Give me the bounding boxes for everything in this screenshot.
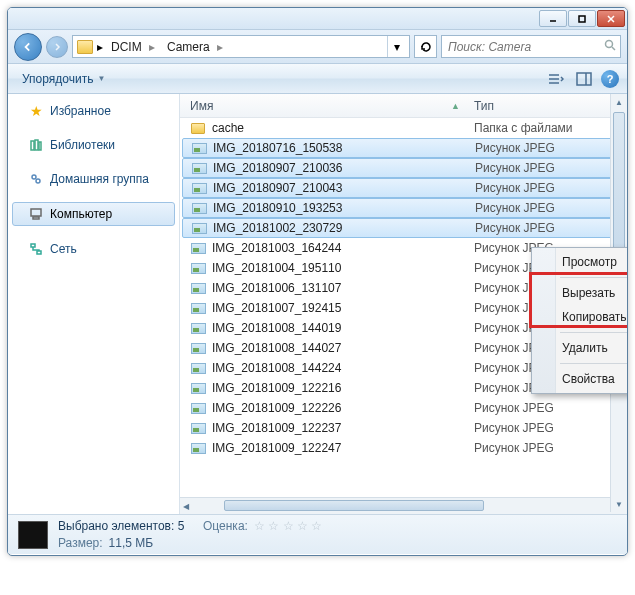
refresh-button[interactable] (414, 35, 437, 58)
breadcrumb-dcim[interactable]: DCIM ▸ (107, 40, 159, 54)
image-file-icon (190, 421, 206, 435)
svg-point-14 (32, 175, 36, 179)
search-box[interactable] (441, 35, 621, 58)
image-file-icon (190, 301, 206, 315)
context-menu-delete[interactable]: Удалить (534, 336, 627, 360)
file-row[interactable]: IMG_20180910_193253Рисунок JPEG (182, 198, 625, 218)
forward-button[interactable] (46, 36, 68, 58)
file-row[interactable]: cacheПапка с файлами (180, 118, 627, 138)
svg-rect-12 (35, 140, 38, 150)
file-name: IMG_20180907_210043 (213, 181, 475, 195)
view-options-button[interactable] (545, 69, 567, 89)
network-icon (28, 241, 44, 257)
image-file-icon (190, 361, 206, 375)
file-type: Рисунок JPEG (474, 421, 627, 435)
size-value: 11,5 МБ (109, 535, 154, 552)
svg-point-4 (606, 41, 613, 48)
file-name: IMG_20181008_144027 (212, 341, 474, 355)
svg-point-15 (36, 179, 40, 183)
scroll-up-icon[interactable]: ▲ (613, 95, 625, 109)
selection-count: Выбрано элементов: 5 (58, 518, 184, 535)
maximize-button[interactable] (568, 10, 596, 27)
column-header-type[interactable]: Тип (470, 99, 627, 113)
image-file-icon (190, 341, 206, 355)
file-name: IMG_20181007_192415 (212, 301, 474, 315)
file-name: IMG_20181008_144019 (212, 321, 474, 335)
chevron-down-icon: ▼ (97, 74, 105, 83)
file-name: IMG_20180910_193253 (213, 201, 475, 215)
file-name: IMG_20181004_195110 (212, 261, 474, 275)
image-file-icon (191, 161, 207, 175)
file-name: IMG_20181006_131107 (212, 281, 474, 295)
homegroup-icon (28, 171, 44, 187)
context-menu-properties[interactable]: Свойства (534, 367, 627, 391)
column-header-name[interactable]: Имя ▲ (180, 99, 470, 113)
file-row[interactable]: IMG_20181009_122247Рисунок JPEG (180, 438, 627, 458)
selection-thumbnail (18, 521, 48, 549)
file-row[interactable]: IMG_20180907_210036Рисунок JPEG (182, 158, 625, 178)
address-bar[interactable]: ▸ DCIM ▸ Camera ▸ ▾ (72, 35, 410, 58)
scrollbar-thumb[interactable] (224, 500, 484, 511)
file-name: IMG_20181008_144224 (212, 361, 474, 375)
file-type: Рисунок JPEG (474, 401, 627, 415)
minimize-button[interactable] (539, 10, 567, 27)
file-type: Рисунок JPEG (475, 221, 624, 235)
image-file-icon (190, 281, 206, 295)
back-button[interactable] (14, 33, 42, 61)
file-type: Рисунок JPEG (475, 161, 624, 175)
image-file-icon (191, 141, 207, 155)
search-input[interactable] (446, 39, 604, 55)
status-bar: Выбрано элементов: 5 Оценка: ☆ ☆ ☆ ☆ ☆ Р… (8, 514, 627, 554)
image-file-icon (191, 221, 207, 235)
sidebar-item-network[interactable]: Сеть (8, 238, 179, 260)
image-file-icon (190, 381, 206, 395)
svg-rect-1 (579, 16, 585, 22)
image-file-icon (190, 241, 206, 255)
file-type: Рисунок JPEG (475, 141, 624, 155)
columns-header: Имя ▲ Тип (180, 94, 627, 118)
file-row[interactable]: IMG_20181002_230729Рисунок JPEG (182, 218, 625, 238)
close-button[interactable] (597, 10, 625, 27)
image-file-icon (190, 401, 206, 415)
file-name: IMG_20180907_210036 (213, 161, 475, 175)
sidebar-item-computer[interactable]: Компьютер (12, 202, 175, 226)
sidebar-item-favorites[interactable]: ★ Избранное (8, 100, 179, 122)
file-row[interactable]: IMG_20180907_210043Рисунок JPEG (182, 178, 625, 198)
context-menu-cut[interactable]: Вырезать (534, 281, 627, 305)
context-menu-copy[interactable]: Копировать (534, 305, 627, 329)
file-type: Рисунок JPEG (475, 181, 624, 195)
rating-label: Оценка: (203, 518, 248, 535)
file-name: IMG_20181009_122237 (212, 421, 474, 435)
sidebar-label: Компьютер (50, 207, 112, 221)
folder-icon (77, 40, 93, 54)
sidebar-item-libraries[interactable]: Библиотеки (8, 134, 179, 156)
preview-pane-button[interactable] (573, 69, 595, 89)
navbar: ▸ DCIM ▸ Camera ▸ ▾ (8, 30, 627, 64)
address-dropdown[interactable]: ▾ (387, 36, 405, 57)
sidebar-item-homegroup[interactable]: Домашняя группа (8, 168, 179, 190)
image-file-icon (190, 261, 206, 275)
image-file-icon (191, 181, 207, 195)
svg-rect-18 (31, 244, 35, 247)
file-name: IMG_20181003_164244 (212, 241, 474, 255)
file-name: IMG_20181002_230729 (213, 221, 475, 235)
help-button[interactable]: ? (601, 70, 619, 88)
svg-line-5 (612, 47, 615, 50)
size-label: Размер: (58, 535, 103, 552)
organize-label: Упорядочить (22, 72, 93, 86)
horizontal-scrollbar[interactable]: ◀ ▶ (180, 497, 627, 514)
file-row[interactable]: IMG_20180716_150538Рисунок JPEG (182, 138, 625, 158)
computer-icon (28, 206, 44, 222)
file-row[interactable]: IMG_20181009_122237Рисунок JPEG (180, 418, 627, 438)
sidebar-label: Библиотеки (50, 138, 115, 152)
file-name: IMG_20181009_122247 (212, 441, 474, 455)
file-name: IMG_20181009_122216 (212, 381, 474, 395)
rating-stars[interactable]: ☆ ☆ ☆ ☆ ☆ (254, 518, 322, 535)
breadcrumb-camera[interactable]: Camera ▸ (163, 40, 227, 54)
file-row[interactable]: IMG_20181009_122226Рисунок JPEG (180, 398, 627, 418)
organize-button[interactable]: Упорядочить ▼ (16, 70, 111, 88)
svg-rect-19 (37, 251, 41, 254)
context-menu-view[interactable]: Просмотр (534, 250, 627, 274)
scroll-down-icon[interactable]: ▼ (613, 497, 625, 511)
file-name: IMG_20180716_150538 (213, 141, 475, 155)
